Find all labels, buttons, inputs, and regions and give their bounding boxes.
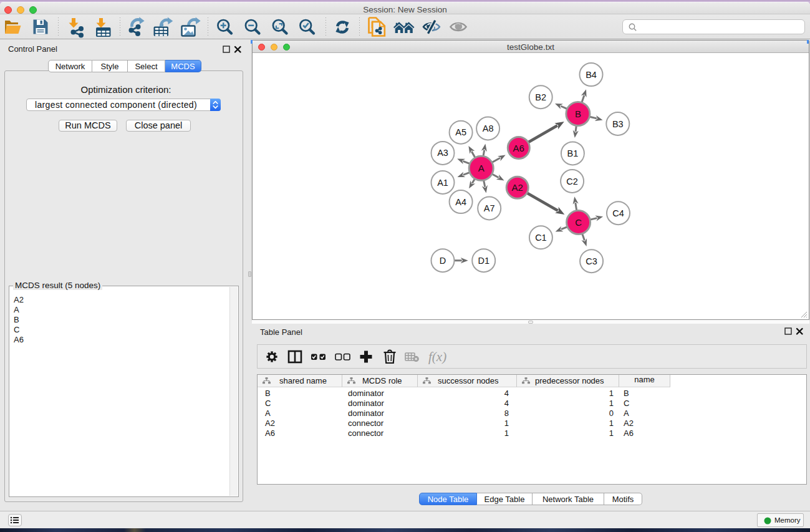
- svg-text:C: C: [575, 217, 582, 228]
- svg-text:A1: A1: [437, 178, 448, 188]
- svg-text:B: B: [575, 109, 581, 119]
- svg-text:A7: A7: [484, 203, 495, 213]
- svg-text:B2: B2: [535, 92, 546, 102]
- svg-text:A2: A2: [512, 182, 523, 193]
- svg-text:A6: A6: [513, 143, 524, 153]
- svg-text:B1: B1: [567, 148, 579, 158]
- svg-text:A: A: [478, 163, 485, 173]
- svg-text:A8: A8: [483, 123, 494, 133]
- svg-text:A4: A4: [455, 197, 466, 207]
- svg-text:C4: C4: [612, 208, 624, 218]
- svg-text:C2: C2: [566, 177, 578, 186]
- svg-text:f(x): f(x): [428, 349, 446, 364]
- svg-text:A5: A5: [455, 127, 466, 137]
- svg-text:A3: A3: [437, 148, 448, 158]
- svg-text:B3: B3: [612, 119, 624, 129]
- svg-text:D: D: [440, 256, 446, 266]
- svg-text:C1: C1: [535, 233, 547, 243]
- svg-text:C3: C3: [586, 256, 597, 266]
- svg-text:D1: D1: [478, 256, 489, 266]
- svg-text:B4: B4: [586, 70, 597, 80]
